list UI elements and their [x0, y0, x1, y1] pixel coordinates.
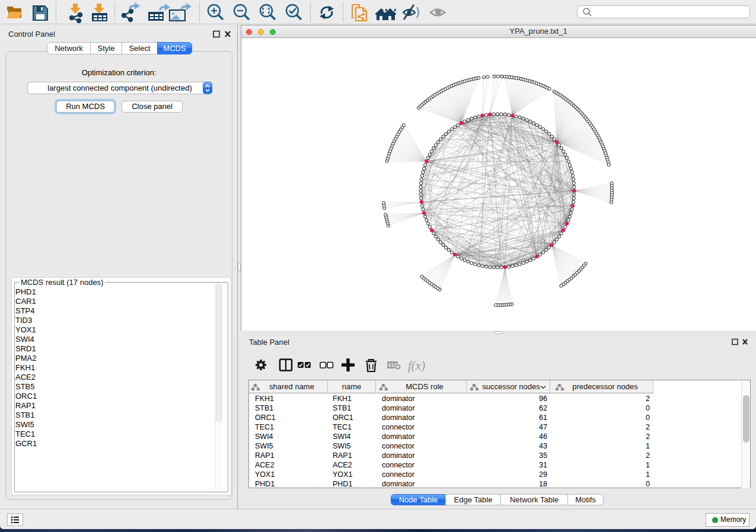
svg-text:f(x): f(x): [408, 358, 425, 373]
